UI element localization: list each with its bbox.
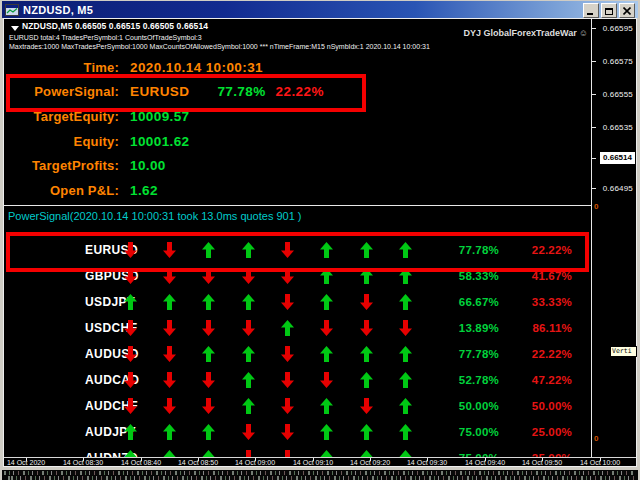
stat-row: Open P&L:1.62 xyxy=(6,180,586,200)
price-tick xyxy=(592,188,596,189)
time-label: 14 Oct 09:50 xyxy=(522,459,562,466)
down-arrow-icon xyxy=(202,398,215,414)
zero-level-label: 0 xyxy=(594,434,598,443)
down-arrow-icon xyxy=(360,294,373,310)
up-arrow-icon xyxy=(399,424,412,440)
down-arrow-icon xyxy=(281,424,294,440)
stat-value: 2020.10.14 10:00:31 xyxy=(130,60,263,75)
down-percent: 25.00% xyxy=(532,419,572,445)
time-label: 14 Oct 08:40 xyxy=(121,459,161,466)
up-arrow-icon xyxy=(360,424,373,440)
subwindow-title: PowerSignal(2020.10.14 10:00:31 took 13.… xyxy=(8,210,302,222)
signal-row: USDCHF13.89%86.11% xyxy=(4,315,591,341)
down-arrow-icon xyxy=(124,268,137,284)
signal-row: AUDUSD77.78%22.22% xyxy=(4,341,591,367)
up-arrow-icon xyxy=(320,242,333,258)
down-arrow-icon xyxy=(360,320,373,336)
price-tick xyxy=(592,61,596,62)
down-arrow-icon xyxy=(163,398,176,414)
down-arrow-icon xyxy=(163,346,176,362)
time-axis: 14 Oct 202014 Oct 08:3014 Oct 08:4014 Oc… xyxy=(4,457,636,467)
up-arrow-icon xyxy=(399,398,412,414)
signal-row: AUDCHF50.00%50.00% xyxy=(4,393,591,419)
up-arrow-icon xyxy=(202,346,215,362)
up-arrow-icon xyxy=(360,372,373,388)
up-percent: 77.78% xyxy=(459,237,499,263)
down-arrow-icon xyxy=(242,424,255,440)
signal-row: AUDCAD52.78%47.22% xyxy=(4,367,591,393)
down-arrow-icon xyxy=(202,372,215,388)
down-percent: 50.00% xyxy=(532,393,572,419)
down-percent: 22.22% xyxy=(532,237,572,263)
window-title: NZDUSD, M5 xyxy=(23,4,93,16)
up-arrow-icon xyxy=(242,372,255,388)
chart-window-icon xyxy=(5,4,19,16)
price-tick xyxy=(592,28,596,29)
stat-label: TargetEquity: xyxy=(6,109,119,124)
down-arrow-icon xyxy=(281,242,294,258)
up-arrow-icon xyxy=(202,294,215,310)
quote-dropdown-icon[interactable] xyxy=(11,26,19,31)
price-label: 0.66535 xyxy=(603,123,633,132)
up-percent: 52.78% xyxy=(459,367,499,393)
restore-icon xyxy=(605,7,613,15)
close-button[interactable] xyxy=(619,3,635,18)
price-label: 0.66575 xyxy=(603,57,633,66)
price-label: 0.66555 xyxy=(603,90,633,99)
down-arrow-icon xyxy=(163,242,176,258)
up-percent: 13.89% xyxy=(459,315,499,341)
stat-value: 1.62 xyxy=(130,183,158,198)
up-arrow-icon xyxy=(360,268,373,284)
up-arrow-icon xyxy=(320,294,333,310)
stat-value: 77.78% xyxy=(217,84,265,99)
up-arrow-icon xyxy=(399,346,412,362)
restore-button[interactable] xyxy=(601,3,617,18)
up-arrow-icon xyxy=(242,294,255,310)
ea-comment-line: Maxtrades:1000 MaxTradesPerSymbol:1000 M… xyxy=(9,43,430,50)
down-arrow-icon xyxy=(242,268,255,284)
chart-area: NZDUSD,M5 0.66505 0.66515 0.66505 0.6651… xyxy=(3,18,637,467)
ohlc-quote-line: NZDUSD,M5 0.66505 0.66515 0.66505 0.6651… xyxy=(22,21,208,31)
vertical-tooltip: Verti xyxy=(610,346,637,357)
stat-label: Time: xyxy=(6,60,119,75)
up-arrow-icon xyxy=(124,294,137,310)
stat-row: TargetProfits:10.00 xyxy=(6,155,586,175)
signal-row: GBPUSD58.33%41.67% xyxy=(4,263,591,289)
up-arrow-icon xyxy=(163,424,176,440)
time-label: 14 Oct 09:00 xyxy=(235,459,275,466)
time-label: 14 Oct 09:40 xyxy=(465,459,505,466)
up-arrow-icon xyxy=(399,294,412,310)
stat-row: TargetEquity:10009.57 xyxy=(6,106,586,126)
up-percent: 58.33% xyxy=(459,263,499,289)
up-arrow-icon xyxy=(360,242,373,258)
signal-row: AUDJPY75.00%25.00% xyxy=(4,419,591,445)
time-label: 14 Oct 10:00 xyxy=(580,459,620,466)
down-arrow-icon xyxy=(163,320,176,336)
down-arrow-icon xyxy=(124,372,137,388)
minimize-button[interactable] xyxy=(583,3,599,18)
stat-label: TargetProfits: xyxy=(6,158,119,173)
down-arrow-icon xyxy=(163,268,176,284)
price-label: 0.66495 xyxy=(603,184,633,193)
up-arrow-icon xyxy=(320,398,333,414)
down-arrow-icon xyxy=(163,372,176,388)
stat-label: Open P&L: xyxy=(6,183,119,198)
down-arrow-icon xyxy=(320,320,333,336)
up-arrow-icon xyxy=(320,268,333,284)
up-percent: 50.00% xyxy=(459,393,499,419)
down-arrow-icon xyxy=(124,346,137,362)
current-price-marker: 0.66514 xyxy=(600,152,635,164)
down-percent: 86.11% xyxy=(532,315,572,341)
stat-value: 10.00 xyxy=(130,158,166,173)
stat-value: 22.22% xyxy=(276,84,324,99)
up-arrow-icon xyxy=(281,320,294,336)
window-titlebar[interactable]: NZDUSD, M5 xyxy=(2,1,638,18)
background-ticker-row xyxy=(4,476,634,480)
down-arrow-icon xyxy=(202,320,215,336)
down-arrow-icon xyxy=(202,268,215,284)
stat-row: Equity:10001.62 xyxy=(6,131,586,151)
up-percent: 77.78% xyxy=(459,341,499,367)
up-arrow-icon xyxy=(242,346,255,362)
powersignal-subwindow: PowerSignal(2020.10.14 10:00:31 took 13.… xyxy=(4,205,591,458)
up-arrow-icon xyxy=(202,242,215,258)
